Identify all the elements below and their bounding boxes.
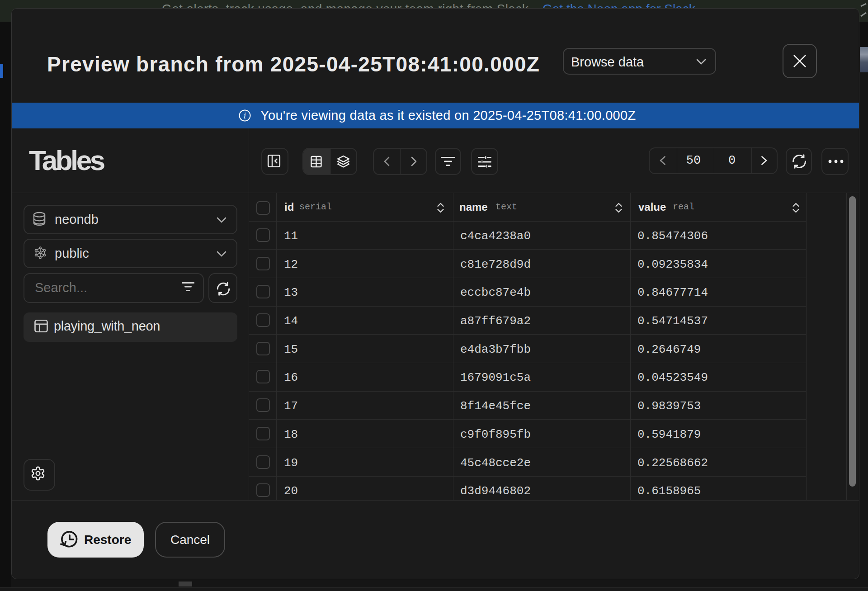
svg-text:i: i <box>244 111 246 120</box>
